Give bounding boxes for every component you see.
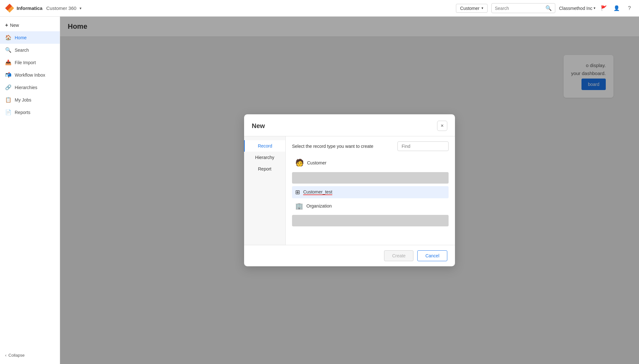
create-label: Create — [392, 253, 405, 258]
create-button[interactable]: Create — [384, 250, 413, 261]
sidebar-item-file-import[interactable]: 📥 File Import — [0, 56, 60, 69]
customer-dropdown[interactable]: Customer ▾ — [456, 4, 488, 13]
content-description: Select the record type you want to creat… — [292, 144, 373, 149]
reports-icon: 📄 — [5, 109, 12, 115]
collapse-button[interactable]: ‹ Collapse — [5, 353, 55, 358]
global-search-bar[interactable]: 🔍 — [491, 3, 555, 13]
sidebar-item-label-hierarchies: Hierarchies — [15, 85, 37, 90]
sidebar-item-label-file-import: File Import — [15, 60, 36, 65]
tab-hierarchy[interactable]: Hierarchy — [244, 152, 285, 163]
tab-record-label: Record — [258, 143, 272, 148]
sidebar-item-reports[interactable]: 📄 Reports — [0, 106, 60, 118]
main-content: Home o display. your dashboard. board Ne… — [60, 17, 639, 364]
sidebar: + New 🏠 Home 🔍 Search 📥 File Import 📬 Wo… — [0, 17, 60, 364]
hierarchies-icon: 🔗 — [5, 84, 12, 90]
tab-content-area: Select the record type you want to creat… — [286, 136, 455, 245]
sidebar-item-label-reports: Reports — [15, 110, 30, 115]
modal-header: New × — [244, 114, 455, 136]
new-button[interactable]: + New — [0, 19, 60, 31]
record-item-customer-test[interactable]: ⊞ Customer_test — [292, 186, 449, 198]
user-button[interactable]: 👤 — [612, 4, 621, 13]
modal-overlay: New × Record Hierarchy — [60, 17, 639, 364]
close-icon: × — [441, 123, 443, 129]
record-placeholder-2 — [292, 215, 449, 226]
customer-dropdown-label: Customer — [460, 6, 480, 11]
sidebar-item-label-workflow-inbox: Workflow Inbox — [15, 72, 45, 78]
collapse-label: Collapse — [8, 353, 25, 358]
new-label: New — [10, 23, 19, 28]
top-nav: Informatica Customer 360 Customer ▾ 🔍 Cl… — [0, 0, 639, 17]
app-subtitle: Customer 360 — [46, 5, 76, 11]
chevron-left-icon: ‹ — [5, 353, 6, 358]
sidebar-item-workflow-inbox[interactable]: 📬 Workflow Inbox — [0, 69, 60, 81]
customer-test-grid-icon: ⊞ — [295, 189, 300, 196]
record-placeholder-1 — [292, 172, 449, 184]
record-item-organization[interactable]: 🏢 Organization — [292, 200, 449, 212]
sidebar-item-home[interactable]: 🏠 Home — [0, 31, 60, 44]
sidebar-item-label-home: Home — [15, 35, 27, 40]
layout: + New 🏠 Home 🔍 Search 📥 File Import 📬 Wo… — [0, 17, 639, 364]
organization-icon: 🏢 — [295, 202, 303, 210]
modal-title: New — [252, 122, 265, 130]
help-button[interactable]: ? — [625, 4, 634, 13]
my-jobs-icon: 📋 — [5, 97, 12, 103]
classmethod-menu[interactable]: Classmethod Inc ▾ — [559, 6, 596, 11]
workflow-inbox-icon: 📬 — [5, 72, 12, 78]
classmethod-chevron-icon: ▾ — [594, 6, 596, 10]
modal-close-button[interactable]: × — [437, 121, 447, 131]
file-import-icon: 📥 — [5, 59, 12, 65]
search-icon: 🔍 — [545, 5, 552, 11]
informatica-logo-icon — [5, 4, 14, 13]
cancel-label: Cancel — [425, 253, 439, 258]
record-item-customer[interactable]: 🧑 Customer — [292, 156, 449, 170]
new-record-modal: New × Record Hierarchy — [244, 114, 455, 266]
global-search-input[interactable] — [495, 6, 543, 11]
tab-record[interactable]: Record — [244, 140, 285, 152]
tab-report-label: Report — [258, 166, 271, 171]
modal-body: Record Hierarchy Report Select the recor… — [244, 136, 455, 245]
app-chevron-icon[interactable] — [80, 6, 81, 11]
plus-icon: + — [5, 22, 8, 28]
app-name: Informatica — [17, 5, 42, 11]
find-input[interactable] — [397, 141, 449, 151]
home-icon: 🏠 — [5, 34, 12, 41]
customer-person-icon: 🧑 — [295, 159, 304, 167]
sidebar-item-label-my-jobs: My Jobs — [15, 97, 31, 102]
record-label-customer: Customer — [307, 160, 327, 165]
record-list: 🧑 Customer ⊞ Customer_test — [292, 156, 449, 228]
logo-area: Informatica Customer 360 — [5, 4, 81, 13]
sidebar-item-my-jobs[interactable]: 📋 My Jobs — [0, 94, 60, 106]
tab-report[interactable]: Report — [244, 163, 285, 175]
classmethod-label: Classmethod Inc — [559, 6, 592, 11]
tab-hierarchy-label: Hierarchy — [255, 155, 274, 160]
sidebar-item-label-search: Search — [15, 48, 29, 53]
sidebar-item-hierarchies[interactable]: 🔗 Hierarchies — [0, 81, 60, 94]
sidebar-bottom: ‹ Collapse — [0, 349, 60, 361]
record-label-customer-test: Customer_test — [303, 189, 332, 195]
search-nav-icon: 🔍 — [5, 47, 12, 53]
cancel-button[interactable]: Cancel — [417, 250, 447, 261]
tab-panel: Record Hierarchy Report — [244, 136, 286, 245]
modal-footer: Create Cancel — [244, 245, 455, 266]
sidebar-item-search[interactable]: 🔍 Search — [0, 44, 60, 56]
customer-dropdown-chevron-icon: ▾ — [481, 6, 483, 10]
flag-button[interactable]: 🚩 — [599, 4, 608, 13]
content-header: Select the record type you want to creat… — [292, 141, 449, 151]
record-label-organization: Organization — [306, 203, 332, 209]
